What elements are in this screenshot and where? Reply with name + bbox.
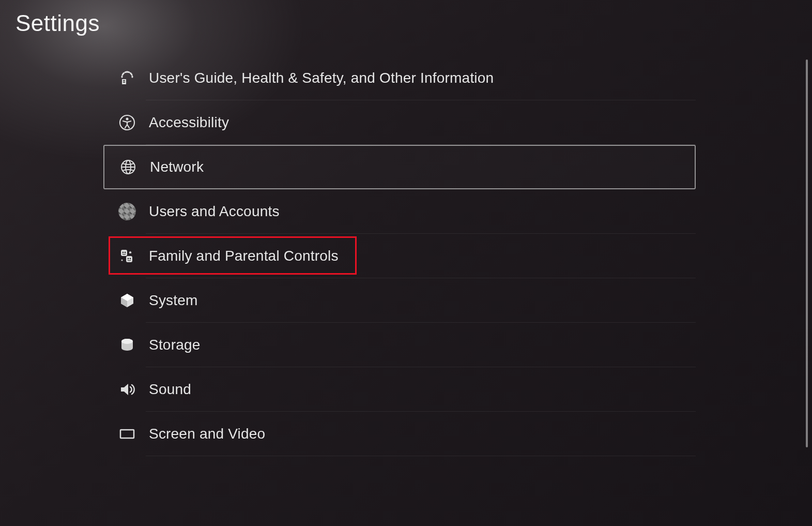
menu-item-label: Accessibility [149,114,229,131]
svg-rect-10 [126,256,132,262]
svg-point-3 [126,118,129,121]
svg-rect-0 [123,80,125,81]
cube-icon [118,291,136,310]
guide-icon [118,69,136,87]
settings-list: User's Guide, Health & Safety, and Other… [103,56,696,456]
menu-item-screen[interactable]: Screen and Video [103,412,696,456]
menu-item-users[interactable]: Users and Accounts [103,189,696,234]
svg-rect-15 [120,430,134,438]
svg-point-8 [122,252,124,253]
menu-item-network[interactable]: Network [103,145,696,189]
menu-item-label: System [149,292,198,309]
menu-item-label: Family and Parental Controls [149,248,339,264]
svg-point-12 [130,258,131,260]
menu-item-label: Network [150,159,204,175]
menu-item-family[interactable]: Family and Parental Controls [103,234,696,278]
speaker-icon [118,380,136,399]
avatar-icon [118,202,136,221]
menu-item-label: Sound [149,381,191,398]
menu-item-sound[interactable]: Sound [103,367,696,412]
globe-icon [119,158,137,176]
family-icon [118,247,136,265]
menu-item-label: User's Guide, Health & Safety, and Other… [149,70,494,86]
svg-rect-7 [121,250,127,256]
svg-point-11 [128,258,129,260]
menu-item-label: Users and Accounts [149,203,280,220]
menu-item-label: Screen and Video [149,426,265,442]
menu-item-storage[interactable]: Storage [103,323,696,367]
accessibility-icon [118,113,136,132]
menu-item-system[interactable]: System [103,278,696,323]
screen-icon [118,425,136,443]
scrollbar[interactable] [806,59,808,447]
page-title: Settings [16,10,100,36]
menu-item-guide[interactable]: User's Guide, Health & Safety, and Other… [103,56,696,100]
menu-item-label: Storage [149,337,200,353]
storage-icon [118,336,136,354]
svg-rect-1 [123,82,125,83]
menu-item-accessibility[interactable]: Accessibility [103,100,696,145]
svg-point-14 [121,339,133,344]
svg-point-9 [125,252,126,253]
